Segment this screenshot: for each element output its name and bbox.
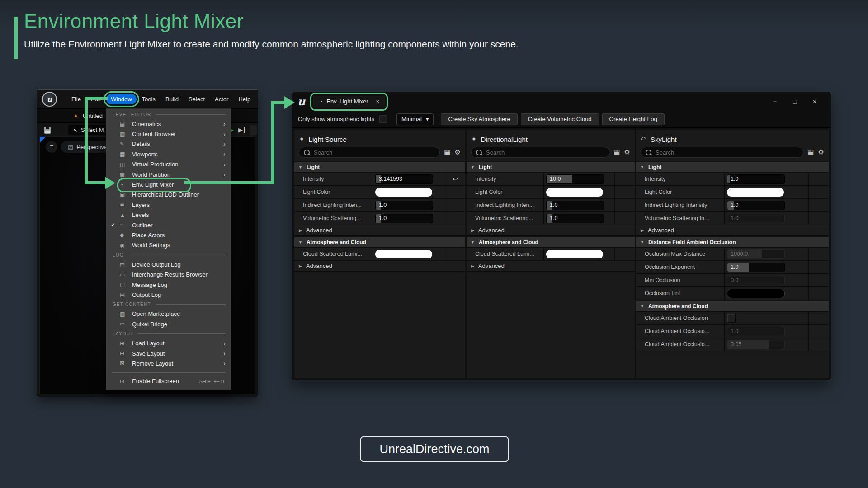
menubar-item-window[interactable]: Window: [106, 94, 136, 104]
value-field[interactable]: 1.0: [546, 201, 604, 210]
property-value-cell: [373, 248, 445, 260]
create-height-fog-button[interactable]: Create Height Fog: [602, 113, 665, 125]
section-atmosphere-and-cloud[interactable]: ▼Atmosphere and Cloud: [294, 236, 465, 248]
menu-item-label: Save Layout: [132, 350, 223, 357]
toolbar-more-button[interactable]: [250, 125, 257, 135]
menu-item-quixel-bridge[interactable]: ▭Quixel Bridge: [106, 319, 231, 329]
maximize-button[interactable]: □: [785, 98, 805, 105]
tab-close-icon[interactable]: ×: [376, 98, 380, 105]
gear-icon[interactable]: ⚙: [624, 148, 630, 156]
color-swatch[interactable]: [546, 250, 603, 258]
gear-icon[interactable]: ⚙: [818, 148, 824, 156]
detail-view-icon[interactable]: ▦: [613, 148, 620, 156]
menu-item-details[interactable]: ✎Details›: [106, 139, 231, 149]
color-swatch[interactable]: [375, 250, 432, 258]
search-input[interactable]: Search: [641, 147, 803, 158]
search-input[interactable]: Search: [299, 147, 440, 158]
menu-section-get-content: GET CONTENT: [106, 300, 231, 309]
section-distance-field-ambient-occlusion[interactable]: ▼Distance Field Ambient Occlusion: [636, 236, 829, 248]
minimize-button[interactable]: −: [765, 98, 785, 105]
menu-item-layers[interactable]: ≣Layers: [106, 200, 231, 210]
section-advanced[interactable]: ▶Advanced: [467, 225, 635, 236]
menu-item-hierarchical-lod-outliner[interactable]: ▣Hierarchical LOD Outliner: [106, 190, 231, 200]
menu-item-device-output-log[interactable]: ▤Device Output Log: [106, 259, 231, 269]
property-label: Cloud Scattered Lumi...: [294, 248, 373, 260]
menu-item-world-settings[interactable]: ◉World Settings: [106, 240, 231, 250]
detail-view-icon[interactable]: ▦: [444, 148, 450, 156]
menu-item-viewports[interactable]: ▦Viewports›: [106, 149, 231, 159]
value-text: 1.0: [376, 215, 387, 221]
menu-item-virtual-production[interactable]: ◫Virtual Production›: [106, 160, 231, 169]
value-field[interactable]: 1.0: [727, 174, 785, 184]
menu-item-interchange-results-browser[interactable]: ▭Interchange Results Browser: [106, 269, 231, 279]
save-icon[interactable]: [43, 126, 52, 135]
value-field[interactable]: 1.0: [375, 201, 433, 210]
menu-item-load-layout[interactable]: ⊞Load Layout›: [106, 338, 231, 348]
menubar-item-build[interactable]: Build: [161, 94, 183, 104]
submenu-chevron-icon: ›: [223, 340, 231, 347]
preset-dropdown[interactable]: Minimal ▾: [396, 113, 434, 125]
color-swatch[interactable]: [375, 188, 432, 197]
reset-icon[interactable]: ↩: [453, 175, 458, 183]
section-advanced[interactable]: ▶Advanced: [294, 261, 465, 272]
menubar-item-help[interactable]: Help: [234, 94, 255, 104]
section-label: Light: [648, 164, 661, 170]
color-swatch[interactable]: [727, 289, 785, 298]
menu-item-world-partition[interactable]: ▩World Partition›: [106, 169, 231, 179]
create-sky-atmosphere-button[interactable]: Create Sky Atmosphere: [441, 113, 517, 125]
property-label: Volumetric Scattering...: [467, 212, 544, 225]
menu-item-levels[interactable]: ▲Levels: [106, 210, 231, 220]
value-field[interactable]: 1.0: [727, 201, 785, 210]
menubar-item-select[interactable]: Select: [184, 94, 209, 104]
layers-icon: ≣: [120, 202, 132, 208]
place-actors-icon: ◆: [120, 232, 132, 238]
section-light[interactable]: ▼Light: [294, 161, 465, 173]
section-advanced[interactable]: ▶Advanced: [294, 225, 465, 236]
select-mode-button[interactable]: ↖ Select M: [68, 125, 109, 135]
menu-item-cinematics[interactable]: ▤Cinematics›: [106, 119, 231, 129]
section-advanced[interactable]: ▶Advanced: [467, 261, 635, 272]
arrow-tab-seg-2: [271, 101, 274, 184]
menubar-item-file[interactable]: File: [67, 94, 85, 104]
close-button[interactable]: ×: [805, 98, 825, 105]
menu-item-output-log[interactable]: ▤Output Log: [106, 290, 231, 300]
property-checkbox[interactable]: [727, 314, 736, 323]
value-field: 0.05: [727, 340, 785, 349]
step-forward-button[interactable]: ▶: [238, 127, 245, 133]
section-advanced[interactable]: ▶Advanced: [636, 225, 829, 236]
menu-item-message-log[interactable]: ▢Message Log: [106, 280, 231, 290]
menubar-item-actor[interactable]: Actor: [210, 94, 233, 104]
menubar-item-tools[interactable]: Tools: [137, 94, 160, 104]
value-field[interactable]: 3.141593: [375, 174, 433, 184]
section-atmosphere-and-cloud[interactable]: ▼Atmosphere and Cloud: [467, 236, 635, 248]
menu-item-enable-fullscreen[interactable]: ⊡Enable FullscreenSHIFT+F11: [106, 376, 231, 386]
env-light-mixer-tab[interactable]: ◔ Env. Light Mixer ×: [313, 96, 385, 108]
section-light[interactable]: ▼Light: [636, 161, 829, 173]
value-field[interactable]: 1.0: [727, 263, 785, 272]
create-volumetric-cloud-button[interactable]: Create Volumetric Cloud: [521, 113, 599, 125]
menu-item-outliner[interactable]: ✓≡Outliner: [106, 220, 231, 230]
menu-item-content-browser[interactable]: ▥Content Browser›: [106, 129, 231, 139]
menu-section-label: GET CONTENT: [113, 302, 151, 307]
menu-item-save-layout[interactable]: ⊟Save Layout›: [106, 348, 231, 358]
property-value-cell: [544, 186, 615, 198]
section-light[interactable]: ▼Light: [467, 161, 635, 173]
section-atmosphere-and-cloud[interactable]: ▼Atmosphere and Cloud: [636, 300, 829, 312]
property-value-cell: 1.0: [544, 212, 615, 225]
menu-item-open-marketplace[interactable]: ▥Open Marketplace: [106, 309, 231, 319]
property-label: Cloud Ambient Occlusion: [636, 312, 725, 324]
filter-checkbox[interactable]: [379, 115, 387, 123]
search-input[interactable]: Search: [471, 147, 609, 158]
menu-item-remove-layout[interactable]: ⊠Remove Layout›: [106, 358, 231, 368]
gear-icon[interactable]: ⚙: [455, 148, 461, 156]
value-field[interactable]: 1.0: [375, 214, 433, 223]
value-text: 10.0: [547, 176, 561, 182]
value-field[interactable]: 10.0: [546, 174, 604, 184]
value-field[interactable]: 1.0: [546, 214, 604, 223]
property-extra-cell: [809, 173, 829, 185]
detail-view-icon[interactable]: ▦: [807, 148, 814, 156]
menu-item-place-actors[interactable]: ◆Place Actors: [106, 230, 231, 240]
color-swatch[interactable]: [727, 188, 784, 197]
viewport-menu-button[interactable]: ≡: [46, 141, 57, 153]
color-swatch[interactable]: [546, 188, 603, 197]
